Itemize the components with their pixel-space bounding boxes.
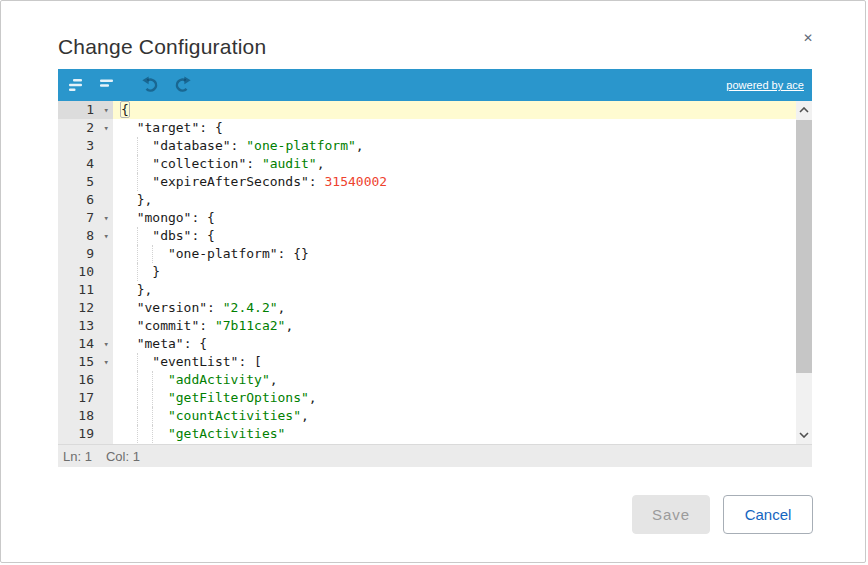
- token-plain: ,: [278, 300, 286, 315]
- token-plain: ,: [270, 372, 278, 387]
- token-plain: [121, 390, 168, 405]
- token-key: "collection": [152, 156, 246, 171]
- scrollbar-thumb[interactable]: [796, 120, 812, 373]
- fold-arrow-icon[interactable]: ▾: [104, 209, 109, 227]
- code-line[interactable]: {: [113, 101, 796, 119]
- line-number: 14: [78, 336, 94, 351]
- indent-guide: [137, 227, 138, 245]
- token-bracket: {: [120, 101, 130, 118]
- line-number: 19: [78, 426, 94, 441]
- code-line[interactable]: "expireAfterSeconds": 31540002: [113, 173, 796, 191]
- code-line[interactable]: "one-platform": {}: [113, 245, 796, 263]
- token-string: "7b11ca2": [215, 318, 285, 333]
- token-key: "version": [137, 300, 207, 315]
- token-string: "addActivity": [168, 372, 270, 387]
- line-number: 12: [78, 300, 94, 315]
- code-area[interactable]: { "target": { "database": "one-platform"…: [113, 101, 796, 444]
- code-line[interactable]: },: [113, 281, 796, 299]
- code-line[interactable]: "countActivities",: [113, 407, 796, 425]
- line-number: 2: [86, 120, 94, 135]
- token-plain: [121, 246, 168, 261]
- compact-button[interactable]: [95, 72, 121, 98]
- token-plain: [121, 372, 168, 387]
- code-line[interactable]: "target": {: [113, 119, 796, 137]
- code-line[interactable]: "getFilterOptions",: [113, 389, 796, 407]
- indent-guide: [152, 389, 153, 407]
- token-key: "eventList": [152, 354, 238, 369]
- token-plain: [121, 426, 168, 441]
- powered-by-ace-link[interactable]: powered by ace: [726, 79, 804, 91]
- save-button[interactable]: Save: [632, 495, 710, 534]
- gutter-cell: 10: [58, 263, 113, 281]
- code-line[interactable]: "version": "2.4.2",: [113, 299, 796, 317]
- code-line[interactable]: "getActivities": [113, 425, 796, 443]
- fold-arrow-icon[interactable]: ▾: [104, 119, 109, 137]
- code-line[interactable]: }: [113, 263, 796, 281]
- editor-statusbar: Ln: 1 Col: 1: [58, 444, 812, 467]
- indent-guide: [137, 389, 138, 407]
- gutter-cell: 3: [58, 137, 113, 155]
- token-plain: :: [207, 300, 223, 315]
- token-key: "meta": [137, 336, 184, 351]
- code-line[interactable]: "commit": "7b11ca2",: [113, 317, 796, 335]
- code-line[interactable]: "eventList": [: [113, 353, 796, 371]
- token-plain: ,: [285, 318, 293, 333]
- json-editor: powered by ace 1▾2▾34567▾8▾91011121314▾1…: [58, 69, 812, 467]
- token-plain: : {: [184, 336, 207, 351]
- token-plain: : {: [199, 120, 222, 135]
- scrollbar-down-icon[interactable]: [796, 427, 812, 443]
- code-line[interactable]: "meta": {: [113, 335, 796, 353]
- line-number: 8: [86, 228, 94, 243]
- token-string: "audit": [262, 156, 317, 171]
- code-line[interactable]: "dbs": {: [113, 227, 796, 245]
- token-plain: ,: [309, 390, 317, 405]
- gutter-cell: 17: [58, 389, 113, 407]
- redo-button[interactable]: [169, 72, 195, 98]
- fold-arrow-icon[interactable]: ▾: [104, 353, 109, 371]
- code-line[interactable]: },: [113, 191, 796, 209]
- close-icon[interactable]: ✕: [797, 27, 819, 49]
- token-plain: [121, 120, 137, 135]
- editor-gutter: 1▾2▾34567▾8▾91011121314▾15▾16171819: [58, 101, 113, 444]
- redo-icon: [172, 75, 192, 95]
- vertical-scrollbar[interactable]: [796, 101, 812, 444]
- indent-guide: [137, 353, 138, 371]
- token-plain: ,: [356, 138, 364, 153]
- token-key: "expireAfterSeconds": [152, 174, 309, 189]
- token-key: "database": [152, 138, 230, 153]
- code-line[interactable]: "mongo": {: [113, 209, 796, 227]
- change-configuration-dialog: Change Configuration ✕: [0, 0, 866, 563]
- line-number: 9: [86, 246, 94, 261]
- token-plain: :: [309, 174, 325, 189]
- undo-button[interactable]: [138, 72, 164, 98]
- code-line[interactable]: "collection": "audit",: [113, 155, 796, 173]
- token-string: "getActivities": [168, 426, 285, 441]
- format-button[interactable]: [64, 72, 90, 98]
- gutter-cell: 19: [58, 425, 113, 443]
- token-plain: : [: [238, 354, 261, 369]
- undo-icon: [141, 75, 161, 95]
- token-string: "getFilterOptions": [168, 390, 309, 405]
- cancel-button[interactable]: Cancel: [723, 495, 813, 534]
- token-number: 31540002: [325, 174, 388, 189]
- token-plain: : {: [191, 228, 214, 243]
- editor-menubar: powered by ace: [58, 69, 812, 101]
- token-key: "dbs": [152, 228, 191, 243]
- gutter-cell: 2▾: [58, 119, 113, 137]
- code-line[interactable]: "addActivity",: [113, 371, 796, 389]
- token-plain: [121, 408, 168, 423]
- status-line: Ln: 1: [63, 449, 92, 464]
- fold-arrow-icon[interactable]: ▾: [104, 335, 109, 353]
- scrollbar-up-icon[interactable]: [796, 102, 812, 118]
- token-plain: [121, 300, 137, 315]
- token-string: "countActivities": [168, 408, 301, 423]
- gutter-cell: 11: [58, 281, 113, 299]
- gutter-cell: 14▾: [58, 335, 113, 353]
- line-number: 11: [78, 282, 94, 297]
- fold-arrow-icon[interactable]: ▾: [104, 227, 109, 245]
- code-line[interactable]: "database": "one-platform",: [113, 137, 796, 155]
- indent-guide: [137, 425, 138, 443]
- token-plain: :: [199, 318, 215, 333]
- fold-arrow-icon[interactable]: ▾: [104, 101, 109, 119]
- gutter-cell: 6: [58, 191, 113, 209]
